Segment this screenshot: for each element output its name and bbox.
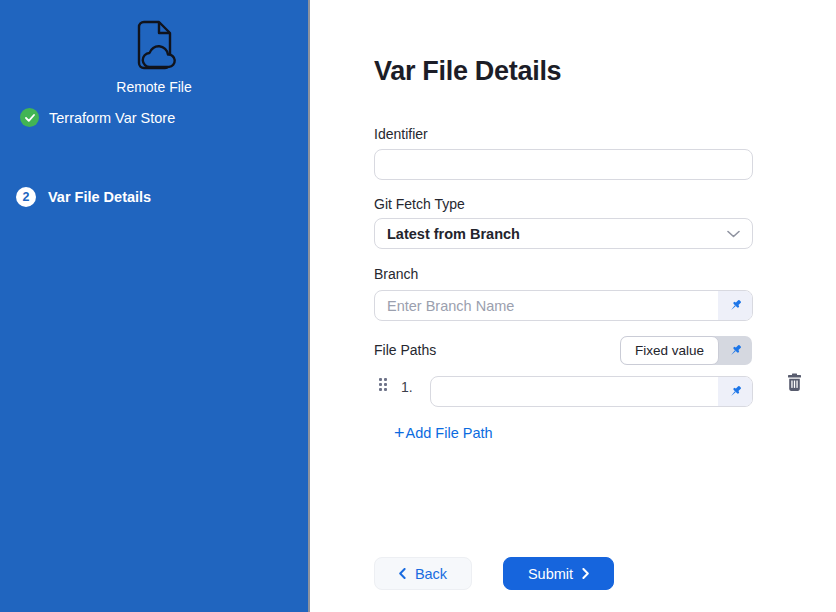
file-paths-pin-button[interactable] [719,336,752,365]
back-button[interactable]: Back [374,557,472,590]
fixed-value-button[interactable]: Fixed value [620,336,719,365]
git-fetch-type-value: Latest from Branch [387,226,520,242]
branch-input-wrap [374,290,753,321]
row-number: 1. [401,379,413,395]
submit-button-label: Submit [528,566,573,582]
sidebar-step-var-file-details[interactable]: 2 Var File Details [16,187,151,207]
branch-pin-button[interactable] [718,291,752,320]
chevron-right-icon [582,568,589,579]
branch-input[interactable] [375,291,718,320]
check-circle-icon [20,108,39,127]
remote-file-dialog: Remote File Terraform Var Store 2 Var Fi… [0,0,836,612]
git-fetch-type-select[interactable]: Latest from Branch [374,218,753,249]
back-button-label: Back [415,566,447,582]
drag-handle[interactable] [379,378,382,381]
add-file-path-link[interactable]: + Add File Path [394,425,493,441]
page-title: Var File Details [374,56,561,87]
pin-icon [728,384,743,399]
file-path-input[interactable] [431,377,718,406]
delete-row-button[interactable] [786,373,803,395]
remote-file-cloud-icon [130,18,178,72]
chevron-left-icon [399,568,406,579]
git-fetch-type-label: Git Fetch Type [374,196,465,212]
submit-button[interactable]: Submit [503,557,614,590]
file-path-row [430,376,753,407]
wizard-sidebar: Remote File Terraform Var Store 2 Var Fi… [0,0,310,612]
store-type-label: Remote File [0,79,308,95]
chevron-down-icon [727,230,740,238]
add-file-path-label: Add File Path [406,425,493,441]
file-paths-label: File Paths [374,342,436,358]
file-paths-mode-group: Fixed value [620,336,752,365]
pin-icon [728,343,743,358]
pin-icon [728,298,743,313]
sidebar-step-terraform-var-store[interactable]: Terraform Var Store [20,108,175,127]
step-label: Terraform Var Store [49,110,175,126]
identifier-input[interactable] [374,149,753,180]
plus-icon: + [394,426,405,440]
file-path-pin-button[interactable] [718,377,752,406]
store-type: Remote File [0,18,308,95]
step-label: Var File Details [48,189,151,205]
step-number-badge: 2 [16,187,36,207]
trash-icon [786,373,803,392]
branch-label: Branch [374,266,418,282]
identifier-label: Identifier [374,126,428,142]
